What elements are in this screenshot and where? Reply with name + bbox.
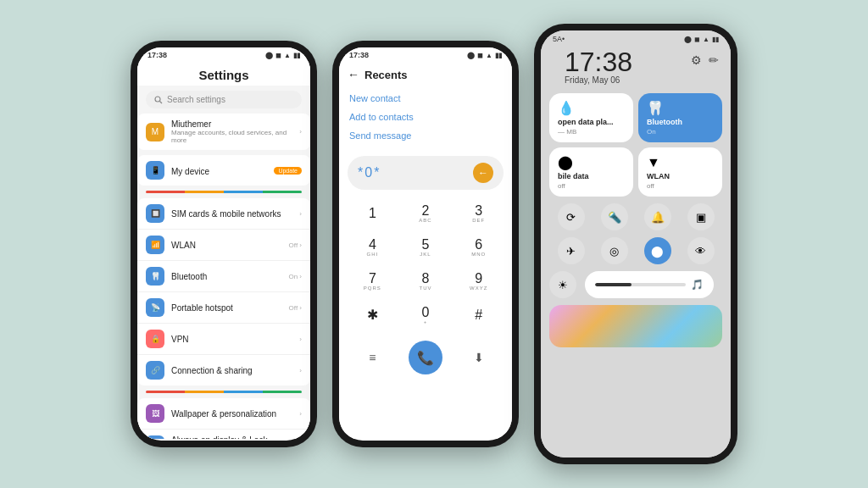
- back-button[interactable]: ←: [348, 68, 359, 81]
- my-device-text: My device: [171, 163, 267, 178]
- cc-tile-data[interactable]: 💧 open data pla... — MB: [549, 93, 633, 142]
- hotspot-icon: 📡: [146, 298, 164, 317]
- cc-edit-icon[interactable]: ✏: [709, 53, 719, 67]
- cc-settings-icon[interactable]: ⚙: [691, 53, 702, 67]
- data-tile-label: open data pla...: [558, 118, 625, 126]
- brightness-icon-btn[interactable]: ☀: [549, 271, 576, 298]
- add-to-contacts-link[interactable]: Add to contacts: [349, 112, 502, 122]
- status-time-2: 17:38: [349, 51, 369, 59]
- key-3[interactable]: 3 DEF: [460, 198, 498, 229]
- key-2-letters: ABC: [419, 218, 431, 223]
- wifi-status-icon: ◼: [275, 52, 281, 59]
- download-icon[interactable]: ⬇: [462, 341, 496, 374]
- wallpaper-icon: 🖼: [146, 404, 164, 423]
- color-bar-2-red: [146, 391, 185, 393]
- privacy-icon-btn[interactable]: ◎: [601, 237, 628, 264]
- status-time-1: 17:38: [147, 51, 167, 59]
- airplane-icon-btn[interactable]: ✈: [558, 237, 585, 264]
- call-button[interactable]: 📞: [409, 341, 442, 374]
- cc-header-icons: ⚙ ✏: [691, 48, 719, 67]
- phone-control-center: 5A• ⬤ ◼ ▲ ▮▮ 17:38 Friday, May 06 ⚙ ✏: [534, 24, 737, 464]
- brightness-slider[interactable]: 🎵: [585, 271, 714, 298]
- wlan-item[interactable]: 📶 WLAN Off ›: [137, 230, 310, 261]
- cc-battery-icon: ▮▮: [712, 36, 719, 43]
- my-device-section: 📱 My device Update: [137, 155, 310, 186]
- new-contact-link[interactable]: New contact: [349, 93, 502, 103]
- key-5[interactable]: 5 JKL: [407, 232, 444, 263]
- key-8[interactable]: 8 TUV: [407, 266, 444, 297]
- phone-dialer: 17:38 ⬤ ◼ ▲ ▮▮ ← Recents New contact Add…: [332, 41, 519, 447]
- vpn-label: VPN: [171, 335, 292, 344]
- key-6[interactable]: 6 MNO: [460, 232, 498, 263]
- bluetooth-right: On ›: [288, 273, 302, 280]
- svg-point-0: [155, 97, 160, 102]
- color-bar-blue: [224, 191, 263, 193]
- color-bar-2-green: [263, 391, 302, 393]
- color-bar-red: [146, 191, 185, 193]
- sim-item[interactable]: 🔲 SIM cards & mobile networks ›: [137, 198, 310, 230]
- key-1[interactable]: 1: [353, 198, 391, 229]
- bluetooth-icon: 🦷: [146, 267, 164, 286]
- rotate-icon-btn[interactable]: ⟳: [558, 203, 585, 230]
- profile-avatar: M: [146, 123, 164, 141]
- connection-item[interactable]: 🔗 Connection & sharing ›: [137, 355, 310, 385]
- data-tile-sub: — MB: [558, 128, 625, 136]
- vpn-item[interactable]: 🔒 VPN ›: [137, 324, 310, 355]
- dialer-links: New contact Add to contacts Send message: [339, 86, 512, 147]
- torch-icon-btn[interactable]: 🔦: [601, 203, 628, 230]
- key-9[interactable]: 9 WXYZ: [460, 266, 498, 297]
- cc-tile-wlan[interactable]: ▼ WLAN off: [638, 147, 722, 197]
- signal-icon: ▲: [284, 52, 291, 59]
- key-4[interactable]: 4 GHI: [353, 232, 391, 263]
- hotspot-item[interactable]: 📡 Portable hotspot Off ›: [137, 292, 310, 324]
- profile-sub: Manage accounts, cloud services, and mor…: [171, 129, 292, 144]
- key-2-num: 2: [422, 204, 430, 218]
- connection-text: Connection & sharing: [171, 366, 292, 375]
- wlan-icon: 📶: [146, 236, 164, 254]
- color-bar-orange: [185, 191, 224, 193]
- profile-item[interactable]: M Miuthemer Manage accounts, cloud servi…: [137, 114, 310, 150]
- cc-time-block: 17:38 Friday, May 06: [553, 48, 644, 90]
- bluetooth-status-icon: ⬤: [265, 52, 273, 59]
- key-9-num: 9: [475, 272, 482, 286]
- send-message-link[interactable]: Send message: [349, 130, 502, 141]
- search-bar[interactable]: Search settings: [146, 91, 302, 108]
- cc-tile-mobile-data[interactable]: ⬤ bile data off: [549, 147, 633, 197]
- backspace-button[interactable]: ←: [473, 163, 493, 183]
- dial-input-area: *0* ←: [348, 156, 504, 190]
- cc-wallpaper-preview: [549, 305, 722, 347]
- music-icon: 🎵: [691, 279, 704, 291]
- color-bar-2-orange: [185, 391, 224, 393]
- hotspot-label: Portable hotspot: [171, 303, 282, 313]
- key-star[interactable]: ✱: [353, 300, 391, 330]
- cc-tile-bluetooth[interactable]: 🦷 Bluetooth On: [638, 93, 722, 142]
- my-device-item[interactable]: 📱 My device Update: [137, 155, 310, 186]
- visibility-icon-btn[interactable]: 👁: [687, 237, 715, 264]
- profile-section: M Miuthemer Manage accounts, cloud servi…: [137, 114, 310, 150]
- cc-bt-icon: ⬤: [684, 36, 692, 43]
- wallpaper-item[interactable]: 🖼 Wallpaper & personalization ›: [137, 398, 310, 430]
- brightness-track: [595, 283, 686, 286]
- bluetooth-item[interactable]: 🦷 Bluetooth On ›: [137, 261, 310, 292]
- record-icon-btn[interactable]: ⬤: [644, 237, 671, 264]
- bell-icon-btn[interactable]: 🔔: [644, 203, 671, 230]
- key-hash[interactable]: #: [460, 300, 498, 330]
- key-2[interactable]: 2 ABC: [407, 198, 444, 229]
- update-badge[interactable]: Update: [274, 167, 302, 175]
- cast-icon-btn[interactable]: ▣: [687, 203, 715, 230]
- dialer-battery-icon: ▮▮: [495, 52, 502, 59]
- key-7[interactable]: 7 PQRS: [353, 266, 391, 297]
- key-1-num: 1: [369, 207, 376, 220]
- keypad-icon[interactable]: ≡: [355, 341, 389, 374]
- bt-tile-label: Bluetooth: [647, 118, 714, 126]
- key-0-num: 0: [422, 306, 430, 319]
- key-4-letters: GHI: [366, 252, 378, 257]
- key-7-letters: PQRS: [364, 286, 381, 291]
- profile-name: Miuthemer: [171, 119, 292, 129]
- numpad-row-3: 7 PQRS 8 TUV 9 WXYZ: [346, 266, 505, 297]
- key-3-letters: DEF: [472, 218, 485, 223]
- key-0[interactable]: 0 +: [407, 300, 444, 330]
- key-8-num: 8: [422, 272, 430, 286]
- aod-item[interactable]: 🔒 Always-on display & Lock screen ›: [137, 430, 310, 439]
- bluetooth-label: Bluetooth: [171, 272, 281, 281]
